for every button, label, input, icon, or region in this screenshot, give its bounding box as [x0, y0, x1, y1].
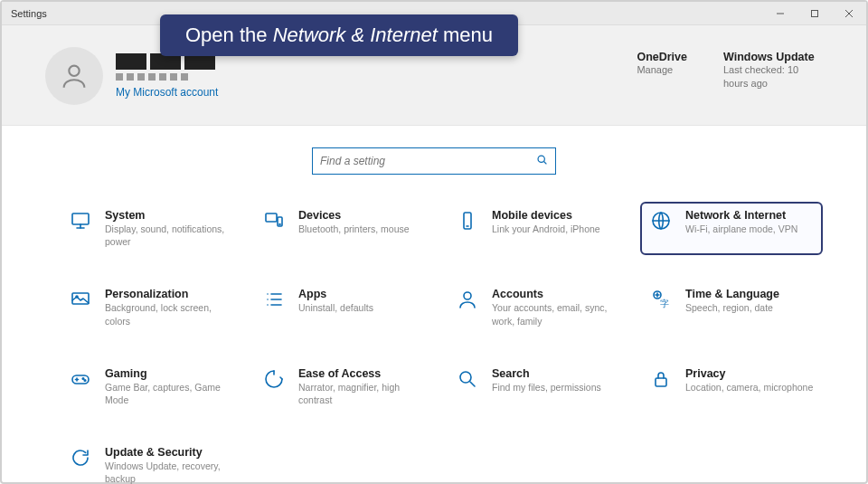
tile-ease-of-access[interactable]: Ease of Access Narrator, magnifier, high… [253, 360, 436, 413]
tile-desc: Game Bar, captures, Game Mode [105, 381, 233, 406]
tile-network-internet[interactable]: Network & Internet Wi-Fi, airplane mode,… [640, 202, 823, 255]
gamepad-icon [69, 367, 92, 391]
tile-title: Network & Internet [685, 209, 797, 223]
search-input[interactable] [320, 155, 536, 167]
tile-title: Time & Language [685, 288, 779, 301]
instruction-callout: Open the Network & Internet menu [160, 14, 518, 56]
tile-desc: Windows Update, recovery, backup [105, 460, 233, 484]
monitor-icon [69, 209, 92, 233]
tile-title: Personalization [105, 288, 233, 301]
tile-privacy[interactable]: Privacy Location, camera, microphone [640, 360, 823, 413]
card-subtitle: Last checked: 10 hours ago [723, 63, 823, 90]
phone-icon [456, 209, 479, 233]
ease-icon [262, 367, 286, 391]
tile-search[interactable]: Search Find my files, permissions [447, 360, 629, 413]
tile-apps[interactable]: Apps Uninstall, defaults [253, 280, 436, 334]
svg-rect-10 [266, 214, 277, 222]
tile-desc: Location, camera, microphone [685, 381, 813, 394]
tile-title: Accounts [492, 288, 620, 301]
tile-desc: Uninstall, defaults [298, 301, 373, 314]
callout-prefix: Open the [185, 24, 273, 46]
svg-rect-28 [72, 375, 89, 384]
tile-title: System [105, 209, 233, 223]
svg-line-34 [470, 382, 475, 386]
tile-desc: Wi-Fi, airplane mode, VPN [685, 223, 797, 235]
tile-mobile-devices[interactable]: Mobile devices Link your Android, iPhone [447, 202, 629, 255]
tile-desc: Speech, region, date [685, 301, 779, 314]
tile-update-security[interactable]: Update & Security Windows Update, recove… [60, 439, 242, 484]
svg-line-6 [544, 162, 547, 165]
person-icon [456, 288, 479, 311]
tile-title: Gaming [105, 367, 233, 381]
avatar[interactable] [45, 47, 103, 105]
lang-icon: 字 [649, 288, 673, 311]
callout-emphasis: Network & Internet [273, 24, 438, 46]
tile-desc: Bluetooth, printers, mouse [298, 223, 410, 235]
tile-desc: Background, lock screen, colors [105, 301, 233, 327]
apps-icon [262, 288, 286, 311]
svg-text:字: 字 [660, 299, 669, 308]
tile-title: Search [492, 367, 601, 381]
card-title: OneDrive [637, 51, 687, 63]
tile-title: Apps [298, 288, 373, 301]
svg-point-31 [82, 377, 84, 379]
minimize-button[interactable] [763, 2, 797, 25]
tile-personalization[interactable]: Personalization Background, lock screen,… [60, 280, 242, 334]
search-box[interactable] [312, 147, 556, 175]
brush-icon [69, 288, 92, 311]
close-button[interactable] [832, 2, 866, 25]
tile-title: Update & Security [105, 446, 233, 460]
svg-point-5 [538, 156, 544, 162]
svg-rect-35 [656, 378, 666, 386]
globe-icon [649, 209, 673, 233]
tile-title: Ease of Access [298, 367, 427, 381]
devices-icon [262, 209, 286, 233]
card-title: Windows Update [723, 51, 823, 63]
tile-title: Privacy [685, 367, 813, 381]
sync-icon [69, 446, 92, 470]
tile-desc: Narrator, magnifier, high contrast [298, 381, 427, 406]
svg-point-25 [464, 292, 471, 299]
maximize-button[interactable] [797, 2, 832, 25]
account-name-redacted [116, 53, 218, 81]
svg-point-4 [69, 66, 79, 76]
lock-icon [649, 367, 673, 391]
window-title: Settings [2, 8, 47, 19]
tile-desc: Find my files, permissions [492, 381, 601, 394]
tile-accounts[interactable]: Accounts Your accounts, email, sync, wor… [447, 280, 629, 334]
windows-update-card[interactable]: Windows Update Last checked: 10 hours ag… [723, 51, 823, 90]
tile-desc: Link your Android, iPhone [492, 223, 600, 235]
tile-time-language[interactable]: 字 Time & Language Speech, region, date [640, 280, 823, 334]
tile-devices[interactable]: Devices Bluetooth, printers, mouse [253, 202, 436, 255]
card-subtitle: Manage [637, 63, 687, 77]
svg-point-12 [279, 224, 280, 225]
tile-desc: Your accounts, email, sync, work, family [492, 301, 620, 327]
settings-grid: System Display, sound, notifications, po… [2, 187, 866, 484]
tile-gaming[interactable]: Gaming Game Bar, captures, Game Mode [60, 360, 242, 413]
onedrive-card[interactable]: OneDrive Manage [637, 51, 687, 90]
search-icon [456, 367, 479, 391]
svg-point-33 [460, 372, 471, 383]
svg-rect-1 [812, 10, 818, 16]
my-microsoft-account-link[interactable]: My Microsoft account [116, 86, 218, 99]
search-icon [536, 153, 548, 169]
tile-title: Devices [298, 209, 410, 223]
tile-desc: Display, sound, notifications, power [105, 223, 233, 248]
svg-rect-7 [72, 214, 89, 224]
tile-title: Mobile devices [492, 209, 600, 223]
svg-point-32 [84, 379, 86, 381]
tile-system[interactable]: System Display, sound, notifications, po… [60, 202, 242, 255]
callout-suffix: menu [438, 24, 493, 46]
